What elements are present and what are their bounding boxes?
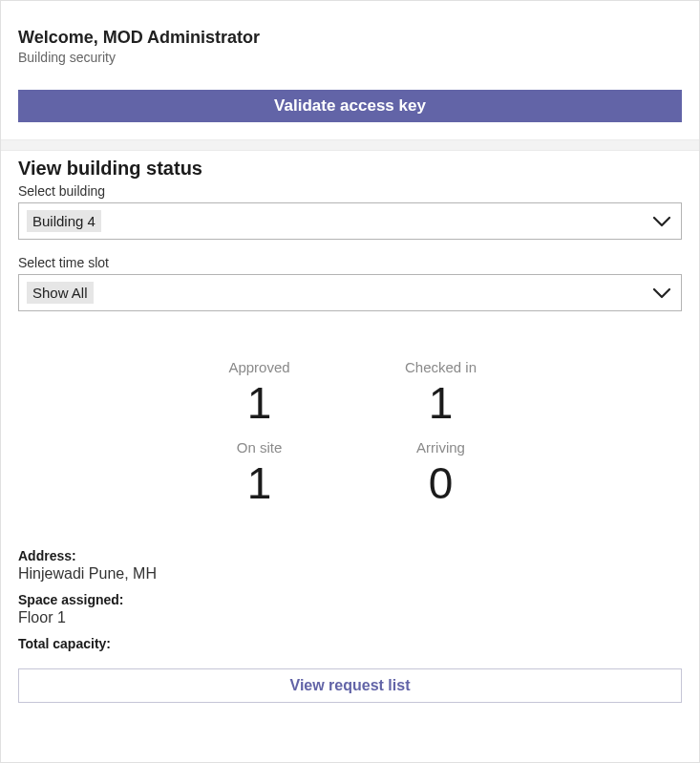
address-value: Hinjewadi Pune, MH [18,565,682,583]
stat-approved-label: Approved [228,359,289,375]
stat-onsite-value: 1 [247,457,272,510]
stat-checkedin-label: Checked in [405,359,477,375]
stat-arriving-label: Arriving [416,439,465,456]
welcome-title: Welcome, MOD Administrator [18,28,682,48]
select-building-dropdown[interactable]: Building 4 [18,202,682,240]
select-timeslot-dropdown[interactable]: Show All [18,274,682,311]
stat-arriving: Arriving 0 [379,439,503,510]
total-capacity-label: Total capacity: [18,636,682,651]
stat-onsite-label: On site [237,439,283,456]
stat-checkedin-value: 1 [429,377,454,430]
scroll-area[interactable]: View building status Select building Bui… [1,144,699,762]
space-assigned-label: Space assigned: [18,592,682,607]
stat-approved-value: 1 [247,377,272,430]
select-building-value: Building 4 [27,210,101,232]
address-label: Address: [18,548,682,563]
stat-arriving-value: 0 [429,457,454,510]
stat-checkedin: Checked in 1 [379,359,503,430]
select-timeslot-label: Select time slot [18,255,682,270]
stat-approved: Approved 1 [198,359,322,430]
chevron-down-icon [652,216,671,227]
select-timeslot-value: Show All [27,282,94,304]
select-building-label: Select building [18,183,682,199]
validate-access-key-button[interactable]: Validate access key [18,90,682,122]
subtitle: Building security [18,50,682,65]
chevron-down-icon [652,287,671,299]
stat-onsite: On site 1 [198,439,322,510]
view-request-list-button[interactable]: View request list [18,668,682,703]
space-assigned-value: Floor 1 [18,609,682,626]
view-building-status-title: View building status [18,158,682,180]
